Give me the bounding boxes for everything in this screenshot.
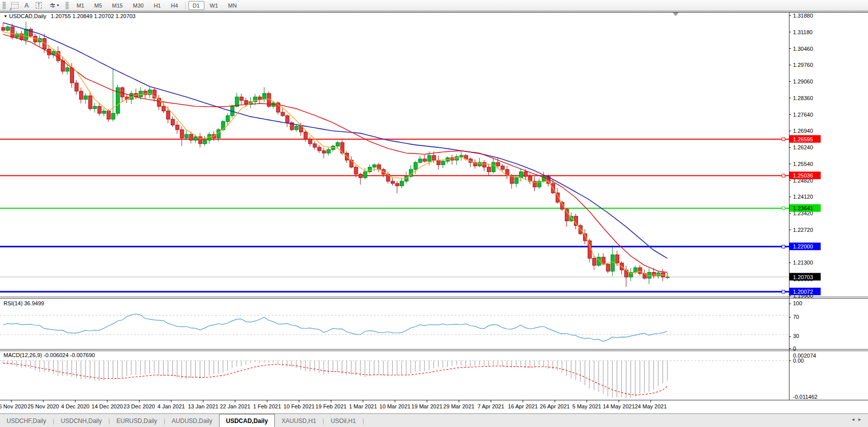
- svg-text:23 Dec 2020: 23 Dec 2020: [123, 403, 155, 409]
- svg-text:24 May 2021: 24 May 2021: [635, 403, 667, 409]
- svg-text:1.25540: 1.25540: [793, 161, 813, 167]
- svg-text:1.26595: 1.26595: [793, 136, 813, 142]
- svg-text:4 Dec 2020: 4 Dec 2020: [61, 403, 89, 409]
- svg-text:10 Feb 2021: 10 Feb 2021: [283, 403, 315, 409]
- svg-text:0: 0: [793, 346, 796, 352]
- line-handle: [782, 138, 785, 141]
- svg-text:70: 70: [793, 314, 799, 320]
- svg-text:1.26940: 1.26940: [793, 128, 813, 134]
- tab-separator: |: [363, 414, 364, 427]
- rsi-line: [3, 314, 668, 341]
- chart-symbol-period: USDCAD,Daily: [9, 13, 46, 19]
- ma-fast-orange: [3, 32, 668, 276]
- symbol-tab-usdcad[interactable]: USDCAD,Daily: [219, 414, 275, 427]
- date-axis: 16 Nov 202025 Nov 20204 Dec 202014 Dec 2…: [0, 400, 667, 409]
- svg-text:7 Apr 2021: 7 Apr 2021: [477, 403, 504, 409]
- svg-text:1.24120: 1.24120: [793, 194, 813, 200]
- svg-text:13 Jan 2021: 13 Jan 2021: [188, 403, 219, 409]
- svg-text:1.20072: 1.20072: [793, 289, 813, 295]
- trading-terminal-window: A T ▾ M1M5M15M30H1H4D1W1MN 1.318801.3118…: [0, 0, 868, 427]
- svg-text:1.21300: 1.21300: [793, 260, 813, 266]
- svg-text:1.28360: 1.28360: [793, 95, 813, 101]
- svg-text:4 Jan 2021: 4 Jan 2021: [158, 403, 185, 409]
- symbol-tab-usdcnh[interactable]: USDCNH,Daily: [54, 414, 108, 427]
- symbol-tab-eurusd[interactable]: EURUSD,Daily: [110, 414, 164, 427]
- svg-text:5 May 2021: 5 May 2021: [572, 403, 601, 409]
- svg-text:1.27640: 1.27640: [793, 112, 813, 118]
- svg-text:1.23641: 1.23641: [793, 205, 813, 211]
- svg-text:1 Feb 2021: 1 Feb 2021: [253, 403, 281, 409]
- symbol-tab-usdchf[interactable]: USDCHF,Daily: [0, 414, 53, 427]
- macd-indicator-label: MACD(12,26,9) -0.006024 -0.007690: [4, 352, 95, 358]
- svg-text:0.00: 0.00: [793, 358, 804, 364]
- rsi-indicator-label: RSI(14) 36.9499: [4, 300, 44, 306]
- rsi-panel[interactable]: [0, 314, 789, 341]
- macd-signal-line: [3, 363, 668, 395]
- svg-text:16 Apr 2021: 16 Apr 2021: [508, 403, 538, 409]
- svg-text:1.25036: 1.25036: [793, 173, 813, 179]
- svg-text:19 Mar 2021: 19 Mar 2021: [411, 403, 443, 409]
- svg-text:1.20703: 1.20703: [793, 274, 813, 280]
- tab-scroll-arrows: ◂▸: [852, 416, 865, 422]
- svg-text:16 Nov 2020: 16 Nov 2020: [0, 403, 27, 409]
- svg-text:1.22720: 1.22720: [793, 227, 813, 233]
- ma-medium-red: [3, 34, 668, 272]
- svg-text:1.29760: 1.29760: [793, 62, 813, 68]
- tab-scroll-right-icon[interactable]: ▸: [858, 416, 865, 422]
- svg-text:26 Apr 2021: 26 Apr 2021: [540, 403, 569, 409]
- svg-text:1.30460: 1.30460: [793, 46, 813, 52]
- collapse-triangle-icon[interactable]: ▼: [4, 14, 8, 19]
- svg-text:14 May 2021: 14 May 2021: [603, 403, 635, 409]
- symbol-tab-usoil[interactable]: USOil,H1: [324, 414, 363, 427]
- svg-text:19 Feb 2021: 19 Feb 2021: [316, 403, 347, 409]
- line-handle: [782, 174, 785, 177]
- svg-text:22 Jan 2021: 22 Jan 2021: [220, 403, 251, 409]
- symbol-tab-bar: USDCHF,Daily|USDCNH,Daily|EURUSD,Daily|A…: [0, 413, 868, 427]
- ma-slow-blue: [3, 23, 668, 259]
- svg-text:25 Nov 2020: 25 Nov 2020: [28, 403, 59, 409]
- line-handle: [782, 207, 785, 210]
- macd-panel[interactable]: [0, 361, 789, 398]
- svg-text:1.26240: 1.26240: [793, 144, 813, 150]
- chart-title: ▼ USDCAD,Daily 1.20755 1.20849 1.20702 1…: [4, 13, 135, 19]
- symbol-tab-xauusd[interactable]: XAUUSD,H1: [275, 414, 323, 427]
- line-handle: [782, 290, 785, 293]
- svg-text:-0.011462: -0.011462: [793, 394, 818, 400]
- tab-scroll-left-icon[interactable]: ◂: [852, 416, 858, 422]
- line-handle: [782, 245, 785, 248]
- svg-text:30: 30: [793, 333, 799, 339]
- symbol-tab-audusd[interactable]: AUDUSD,Daily: [165, 414, 219, 427]
- svg-text:10 Mar 2021: 10 Mar 2021: [380, 403, 411, 409]
- svg-text:29 Mar 2021: 29 Mar 2021: [444, 403, 475, 409]
- svg-text:1.29060: 1.29060: [793, 78, 813, 84]
- svg-text:1 Mar 2021: 1 Mar 2021: [349, 403, 377, 409]
- svg-text:1.31880: 1.31880: [793, 13, 813, 19]
- chart-shift-marker-icon[interactable]: [673, 13, 679, 16]
- chart-ohlc-values: 1.20755 1.20849 1.20702 1.20703: [51, 13, 135, 19]
- horizontal-study-lines[interactable]: [0, 138, 789, 293]
- svg-text:1.22000: 1.22000: [793, 243, 813, 249]
- chart-canvas[interactable]: 1.318801.311801.304601.297601.290601.283…: [0, 0, 868, 427]
- svg-text:100: 100: [793, 300, 802, 306]
- panel-frames: [0, 12, 868, 400]
- svg-text:1.31180: 1.31180: [793, 29, 813, 35]
- svg-text:14 Dec 2020: 14 Dec 2020: [92, 403, 123, 409]
